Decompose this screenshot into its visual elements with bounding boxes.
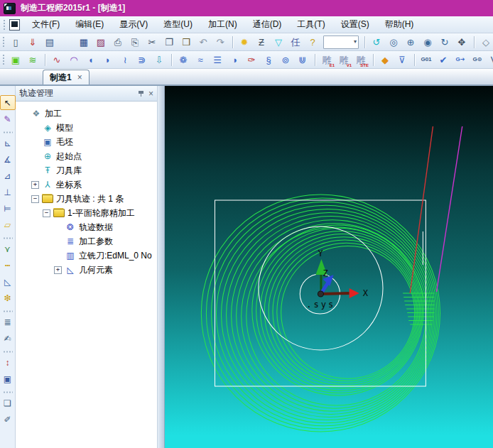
new-machining-button[interactable]: ⇓ xyxy=(24,34,41,50)
bounding-box-button[interactable]: ▣ xyxy=(0,371,16,386)
tree-item-toolpaths[interactable]: − 刀具轨迹 : 共 1 条 xyxy=(16,192,157,206)
toolbar1-grip[interactable] xyxy=(2,36,6,48)
engrave-e1-button[interactable]: 雕E1 xyxy=(318,52,335,68)
curve-axis-button[interactable]: ⋎ xyxy=(0,241,16,256)
panel-splitter[interactable] xyxy=(158,86,165,448)
redraw-button[interactable]: ↺ xyxy=(368,34,385,50)
panel-close-icon[interactable]: × xyxy=(148,89,153,98)
pick-filter-button[interactable]: ▽ xyxy=(270,34,287,50)
task-manager-button[interactable]: 任 xyxy=(287,34,304,50)
new-document-button[interactable]: ▯ xyxy=(7,34,24,50)
save-button[interactable]: ▦ xyxy=(75,34,92,50)
menu-help[interactable]: 帮助(H) xyxy=(377,17,422,32)
rotate-view-button[interactable]: ↻ xyxy=(436,34,453,50)
tab-close-icon[interactable]: × xyxy=(77,73,82,82)
print-button[interactable]: ⎙ xyxy=(109,34,126,50)
sketch-tool-button[interactable]: ✎ xyxy=(0,111,16,126)
surface-region-finish-button[interactable]: ◗ xyxy=(99,52,117,68)
zlevel-finish-button[interactable]: ❁ xyxy=(175,52,192,68)
engrave-ste-button[interactable]: 雕STE xyxy=(352,52,369,68)
path-patch-button[interactable]: ✑ xyxy=(243,52,260,68)
offset-machining-button[interactable]: ⋓ xyxy=(294,52,311,68)
generate-gcode-button[interactable]: G01 xyxy=(418,52,435,68)
mdi-child-icon[interactable] xyxy=(9,19,20,31)
tree-expand-toggle[interactable]: + xyxy=(54,266,62,274)
open-file-button[interactable]: · xyxy=(58,34,75,50)
tree-item-path-data[interactable]: ❂ 轨迹数据 xyxy=(16,220,157,234)
zoom-dynamic-button[interactable]: ◉ xyxy=(419,34,436,50)
spray-render-button[interactable]: ❇ xyxy=(0,290,16,305)
title-bar[interactable]: 制造工程师2015r1 - [制造1] xyxy=(0,0,493,16)
menu-model[interactable]: 造型(U) xyxy=(156,17,200,32)
tree-item-toolpath-1[interactable]: − 1-平面轮廓精加工 xyxy=(16,206,157,220)
select-region-button[interactable]: ❏ xyxy=(0,395,16,410)
paste-button[interactable]: ❒ xyxy=(178,34,195,50)
toolbar2-grip[interactable] xyxy=(2,54,6,65)
post-settings-button[interactable]: G⊙ xyxy=(469,52,486,68)
save-as-button[interactable]: ▨ xyxy=(92,34,109,50)
tree-item-blank[interactable]: ▣ 毛坯 xyxy=(16,135,157,149)
measure-vertical-button[interactable]: ↕ xyxy=(0,355,16,370)
doc-edit-button[interactable]: ✍ xyxy=(0,331,16,346)
help-button[interactable]: ? xyxy=(304,34,321,50)
layer-combo[interactable]: ▾ xyxy=(323,35,359,49)
pan-view-button[interactable]: ✥ xyxy=(453,34,470,50)
stack-machining-button[interactable]: ⊚ xyxy=(277,52,294,68)
viewport-3d[interactable]: Y Z X .sys xyxy=(165,86,493,448)
app-icon[interactable] xyxy=(4,3,16,14)
tree-expand-toggle[interactable]: − xyxy=(43,209,50,217)
wcs-z-tool-button[interactable]: ⊾ xyxy=(0,136,16,151)
menu-file[interactable]: 文件(F) xyxy=(24,17,67,32)
macro-machining-button[interactable]: ◆ xyxy=(376,52,394,68)
cut-button[interactable]: ✂ xyxy=(143,34,161,50)
param-line-finish-button[interactable]: ≀ xyxy=(117,52,134,68)
doc-list-button[interactable]: ≣ xyxy=(0,315,16,329)
contour-drive-finish-button[interactable]: ◠ xyxy=(65,52,82,68)
tree-item-tool[interactable]: ▥ 立铣刀:EdML_0 No xyxy=(16,248,157,263)
curve-projection-button[interactable]: ⇩ xyxy=(151,52,168,68)
zoom-window-button[interactable]: ◎ xyxy=(385,34,402,50)
undo-button[interactable]: ↶ xyxy=(195,34,212,50)
render-light-button[interactable]: ✹ xyxy=(236,34,253,50)
pin-icon[interactable] xyxy=(138,90,144,97)
limit-line-finish-button[interactable]: ◑ xyxy=(226,52,243,68)
tree-item-model[interactable]: ◈ 模型 xyxy=(16,121,157,135)
drill-button[interactable]: ⊽ xyxy=(394,52,411,68)
menu-edit[interactable]: 编辑(E) xyxy=(67,17,112,32)
tree-item-coordinate-system[interactable]: + ⅄ 坐标系 xyxy=(16,177,157,192)
engrave-v1-button[interactable]: 雕V1 xyxy=(335,52,352,68)
select-tool-button[interactable]: ↖ xyxy=(0,95,16,110)
menubar-grip[interactable] xyxy=(3,19,6,31)
wcs-hatch-tool-button[interactable]: ⊨ xyxy=(0,201,16,216)
tab-manufacture-1[interactable]: 制造1 × xyxy=(43,70,90,84)
wireframe-display-button[interactable]: ◇ xyxy=(477,34,493,50)
wcs-plain-tool-button[interactable]: ⊥ xyxy=(0,185,16,200)
menu-tools[interactable]: 工具(T) xyxy=(289,17,332,32)
work-plane-button[interactable]: ▱ xyxy=(0,217,16,232)
menu-settings[interactable]: 设置(S) xyxy=(333,17,377,32)
tree-item-geometry[interactable]: + ◺ 几何元素 xyxy=(16,263,157,277)
redo-button[interactable]: ↷ xyxy=(212,34,229,50)
tree-item-start-point[interactable]: ⊕ 起始点 xyxy=(16,149,157,163)
wcs-angle-tool-button[interactable]: ∡ xyxy=(0,152,16,167)
new-project-button[interactable]: ▤ xyxy=(41,34,58,50)
wcs-erase-tool-button[interactable]: ⊿ xyxy=(0,168,16,183)
line-style-button[interactable]: ┅ xyxy=(0,258,16,273)
menu-machining[interactable]: 加工(N) xyxy=(200,17,245,32)
tree-item-machining-params[interactable]: ≣ 加工参数 xyxy=(16,234,157,248)
coil-machining-button[interactable]: § xyxy=(260,52,277,68)
tree-expand-toggle[interactable]: + xyxy=(31,181,39,189)
contour-rough-button[interactable]: ≋ xyxy=(24,52,41,68)
zoom-in-button[interactable]: ⊕ xyxy=(402,34,419,50)
trim-sketch-button[interactable]: ✐ xyxy=(0,412,16,427)
planar-region-rough-button[interactable]: ▣ xyxy=(7,52,24,68)
tree-item-tool-library[interactable]: Ŧ 刀具库 xyxy=(16,163,157,177)
print-preview-button[interactable]: ⎘ xyxy=(126,34,143,50)
post-gcode-button[interactable]: G➜ xyxy=(452,52,469,68)
shallow-plane-finish-button[interactable]: ☰ xyxy=(209,52,226,68)
projection-line-finish-button[interactable]: ⋑ xyxy=(134,52,151,68)
tree-item-machining[interactable]: ❖ 加工 xyxy=(16,106,157,121)
menu-communication[interactable]: 通信(D) xyxy=(245,17,290,32)
process-list-button[interactable]: ⋁ xyxy=(486,52,493,68)
planar-contour-finish-button[interactable]: ∿ xyxy=(48,52,65,68)
